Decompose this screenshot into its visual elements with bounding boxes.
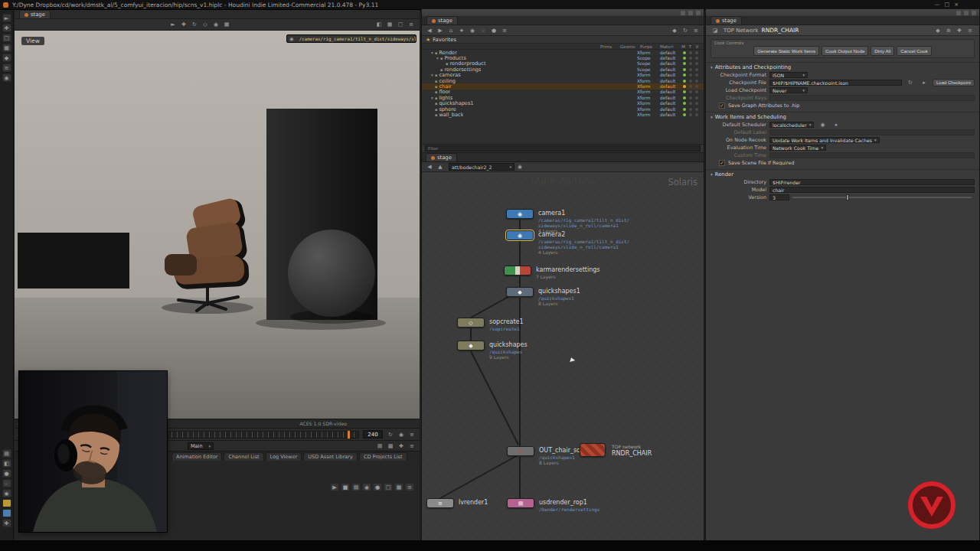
visibility-dot[interactable]: [683, 51, 686, 54]
channel-logo[interactable]: [906, 480, 957, 530]
section-caret-icon[interactable]: ▾: [710, 172, 713, 177]
node-quickshapes[interactable]: ◆quickshapes/quickshapes9 Layers: [457, 341, 485, 350]
section-caret-icon[interactable]: ▾: [710, 115, 713, 119]
bottom-tab[interactable]: Animation Editor: [172, 452, 222, 461]
star-icon[interactable]: ★: [457, 26, 466, 34]
visibility-dot[interactable]: [683, 85, 686, 88]
view-tab[interactable]: View: [21, 37, 44, 45]
node-camera1[interactable]: ◉camera1/cameras/rig_camera1/tilt_n_dist…: [506, 209, 534, 219]
options-icon[interactable]: ≡: [405, 483, 414, 491]
translate-icon[interactable]: ✚: [179, 21, 188, 29]
node-name-label[interactable]: RNDR_CHAIR: [761, 27, 799, 34]
tree-menu-icon[interactable]: ≡: [691, 26, 701, 34]
param-field[interactable]: [769, 95, 975, 102]
close-icon[interactable]: [972, 11, 976, 15]
expand-caret-icon[interactable]: ▾: [435, 56, 440, 60]
toggle-dot[interactable]: [689, 68, 692, 71]
gallery-icon[interactable]: ▦: [394, 483, 403, 491]
toggle-dot[interactable]: [689, 57, 692, 60]
visibility-dot[interactable]: [683, 108, 686, 111]
param-field[interactable]: [769, 152, 975, 159]
pin-icon[interactable]: ◆: [670, 26, 679, 34]
light-icon[interactable]: ☆: [2, 479, 11, 487]
toggle-dot[interactable]: [695, 57, 698, 60]
toggle-dot[interactable]: [695, 73, 698, 77]
load-checkpoint-button[interactable]: Load Checkpoint: [933, 79, 975, 86]
material-filter-icon[interactable]: ●: [489, 26, 498, 34]
network-up-icon[interactable]: ▲: [436, 163, 445, 171]
column-header[interactable]: T: [687, 44, 694, 49]
visibility-dot[interactable]: [683, 73, 686, 77]
realtime-icon[interactable]: ◉: [397, 430, 406, 439]
node-label[interactable]: quickshapes: [489, 341, 528, 348]
shelf-blue-icon[interactable]: [2, 509, 11, 517]
toggle-dot[interactable]: [695, 90, 698, 93]
node-badge[interactable]: [580, 443, 606, 457]
node-label[interactable]: sopcreate1: [489, 318, 524, 325]
scene-graph-row[interactable]: ▪chairXformdefault: [422, 83, 704, 89]
toggle-dot[interactable]: [689, 96, 692, 99]
key-tool-icon[interactable]: ◉: [2, 73, 11, 82]
column-header[interactable]: M: [680, 44, 687, 49]
cancel-cook-button[interactable]: Cancel Cook: [897, 46, 931, 56]
scoped-channels-icon[interactable]: ▩: [386, 442, 395, 450]
column-header[interactable]: Geome: [620, 44, 640, 49]
toggle-dot[interactable]: [695, 85, 698, 88]
forward-icon[interactable]: ▶: [436, 26, 445, 34]
scene-graph-row[interactable]: ▪sphereXformdefault: [422, 106, 704, 112]
node-karmarendersettings[interactable]: karmarendersettings7 Layers: [504, 266, 531, 276]
camera-selector[interactable]: ◉ /cameras/rig_camera1/tilt_n_dist/sidew…: [286, 34, 416, 43]
reload-icon[interactable]: ↻: [906, 79, 915, 87]
cache-icon[interactable]: ■: [341, 483, 350, 491]
playhead[interactable]: [348, 431, 350, 439]
loop-icon[interactable]: ↻: [386, 430, 395, 439]
column-header[interactable]: V: [694, 44, 701, 49]
prim-name[interactable]: wall_back: [439, 112, 463, 118]
toggle-dot[interactable]: [689, 108, 692, 111]
toggle-dot[interactable]: [695, 102, 698, 105]
param-menu[interactable]: JSON▾: [769, 72, 808, 79]
shade-mode-icon[interactable]: ◧: [374, 21, 384, 29]
node-label[interactable]: camera1: [538, 210, 565, 217]
node-badge[interactable]: ◆: [457, 341, 485, 350]
maximize-icon[interactable]: [964, 11, 969, 15]
scene-graph-row[interactable]: ▾▪camerasXformdefault: [422, 73, 704, 78]
filter-input[interactable]: [425, 145, 701, 152]
section-header[interactable]: ▾Work Items and Scheduling: [706, 112, 979, 121]
scene-graph-row[interactable]: ▪wall_backXformdefault: [422, 112, 704, 117]
toggle-dot[interactable]: [689, 51, 692, 54]
node-badge[interactable]: ◉: [506, 230, 534, 240]
save-frame-icon[interactable]: ◉: [362, 483, 371, 491]
toggle-dot[interactable]: [689, 113, 692, 116]
column-header[interactable]: Purpo: [640, 44, 660, 49]
toggle-dot[interactable]: [695, 68, 698, 71]
bottom-tab[interactable]: CD Projects List: [359, 452, 407, 461]
node-badge[interactable]: ◆: [506, 287, 534, 297]
tab-stage[interactable]: stage: [426, 16, 458, 24]
param-field[interactable]: $HIP/render: [769, 179, 975, 186]
cook-output-node-button[interactable]: Cook Output Node: [822, 46, 868, 56]
node-label[interactable]: camera2: [538, 231, 565, 238]
checkbox[interactable]: ✓: [719, 160, 725, 166]
node-badge[interactable]: [504, 266, 531, 276]
render-icon[interactable]: ●: [373, 483, 382, 491]
settings-icon[interactable]: ✚: [397, 442, 406, 450]
visibility-dot[interactable]: [683, 80, 686, 83]
display-icon[interactable]: ◧: [2, 459, 11, 468]
param-menu[interactable]: Never▾: [769, 87, 808, 94]
param-slider[interactable]: [792, 197, 972, 198]
camera-filter-icon[interactable]: ◉: [468, 26, 477, 34]
maximize-icon[interactable]: [688, 11, 693, 15]
active-work-item-selector[interactable]: att/bodechair2_2 ▾: [449, 163, 514, 171]
favorites-row[interactable]: ★ Favorites: [422, 36, 704, 44]
param-menu[interactable]: Network Cook Time▾: [769, 145, 826, 152]
playbar-options-icon[interactable]: ≡: [407, 430, 416, 439]
current-frame-field[interactable]: 240: [363, 430, 383, 439]
layers-icon[interactable]: ▤: [2, 449, 11, 458]
toggle-dot[interactable]: [689, 90, 692, 93]
dirty-all-button[interactable]: Dirty All: [871, 46, 894, 56]
close-icon[interactable]: [696, 11, 701, 15]
viewport-3d-view[interactable]: View ◉ /cameras/rig_camera1/tilt_n_dist/…: [15, 31, 420, 419]
column-header[interactable]: Prims: [600, 44, 620, 49]
globe-icon[interactable]: ◉: [515, 163, 524, 171]
